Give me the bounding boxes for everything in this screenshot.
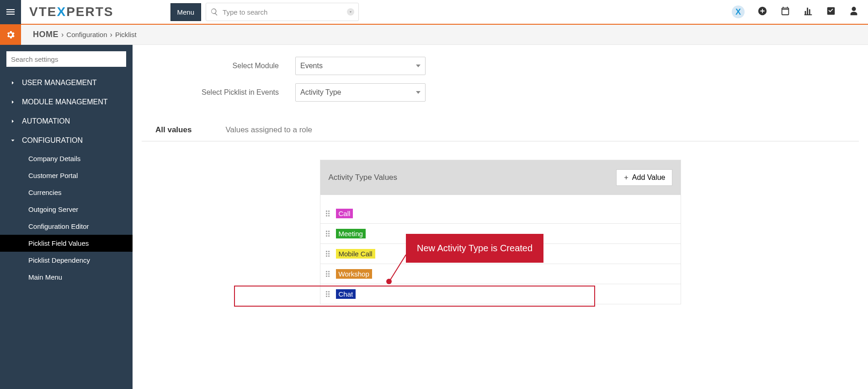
sidebar-section-label: CONFIGURATION <box>22 136 83 145</box>
select-module-dropdown[interactable]: Events <box>295 57 426 75</box>
tasks-icon[interactable] <box>826 6 836 18</box>
chevron-down-icon <box>10 138 16 143</box>
hamburger-button[interactable] <box>0 0 21 24</box>
caret-down-icon <box>416 65 421 67</box>
global-search <box>206 3 359 21</box>
picklist-value-tag: Meeting <box>336 229 366 238</box>
select-picklist-label: Select Picklist in Events <box>142 88 279 97</box>
select-module-value: Events <box>300 62 323 70</box>
user-icon[interactable] <box>849 6 859 18</box>
settings-gear-button[interactable] <box>0 25 21 45</box>
topbar: VTEXPERTS Menu X <box>0 0 868 25</box>
drag-handle-icon[interactable] <box>326 211 331 216</box>
plus-icon <box>623 174 629 181</box>
picklist-value-row[interactable]: Workshop <box>320 264 681 284</box>
sidebar-item-configuration-editor[interactable]: Configuration Editor <box>0 218 133 235</box>
add-icon[interactable] <box>757 6 767 18</box>
add-value-label: Add Value <box>632 173 666 182</box>
subbar: HOME › Configuration › Picklist <box>0 25 868 45</box>
drag-handle-icon[interactable] <box>326 251 331 257</box>
tab-all-values[interactable]: All values <box>155 125 192 141</box>
sidebar-search-input[interactable] <box>6 51 126 67</box>
gear-icon <box>5 30 16 40</box>
sidebar-section-automation[interactable]: AUTOMATION <box>0 112 133 131</box>
values-panel: Activity Type Values Add Value CallMeeti… <box>320 160 681 304</box>
hamburger-icon <box>5 6 16 17</box>
sidebar-item-picklist-dependency[interactable]: Picklist Dependency <box>0 252 133 269</box>
chevron-right-icon: › <box>61 31 64 39</box>
tab-role-values[interactable]: Values assigned to a role <box>225 125 312 141</box>
picklist-value-row[interactable]: Call <box>320 203 681 223</box>
drag-handle-icon[interactable] <box>326 291 331 297</box>
sidebar-item-main-menu[interactable]: Main Menu <box>0 269 133 286</box>
app-badge-icon[interactable]: X <box>732 5 745 18</box>
chevron-right-icon <box>10 80 16 86</box>
picklist-value-tag: Call <box>336 209 353 218</box>
annotation-text: New Activity Type is Created <box>417 243 533 253</box>
sidebar-section-module-management[interactable]: MODULE MANAGEMENT <box>0 92 133 112</box>
chevron-right-icon: › <box>110 31 112 39</box>
sidebar: USER MANAGEMENT MODULE MANAGEMENT AUTOMA… <box>0 45 133 389</box>
sidebar-item-currencies[interactable]: Currencies <box>0 184 133 201</box>
sidebar-section-label: USER MANAGEMENT <box>22 79 97 87</box>
breadcrumb-home[interactable]: HOME <box>33 30 59 39</box>
calendar-icon[interactable] <box>780 6 790 18</box>
top-icons: X <box>732 5 868 18</box>
add-value-button[interactable]: Add Value <box>616 169 672 186</box>
values-panel-title: Activity Type Values <box>329 173 398 182</box>
content: Select Module Events Select Picklist in … <box>133 45 868 389</box>
sidebar-section-label: MODULE MANAGEMENT <box>22 98 108 106</box>
sidebar-item-outgoing-server[interactable]: Outgoing Server <box>0 201 133 218</box>
breadcrumb-item[interactable]: Picklist <box>115 31 137 38</box>
sidebar-item-picklist-field-values[interactable]: Picklist Field Values <box>0 235 133 252</box>
chevron-right-icon <box>10 99 16 105</box>
tabs: All values Values assigned to a role <box>142 125 859 141</box>
annotation-callout: New Activity Type is Created <box>406 234 543 263</box>
reports-icon[interactable] <box>803 6 813 18</box>
sidebar-section-label: AUTOMATION <box>22 117 70 125</box>
search-icon <box>210 8 218 16</box>
select-module-label: Select Module <box>142 62 279 70</box>
chevron-down-icon <box>348 10 353 14</box>
breadcrumb-item[interactable]: Configuration <box>66 31 107 38</box>
caret-down-icon <box>416 91 421 94</box>
sidebar-item-customer-portal[interactable]: Customer Portal <box>0 167 133 184</box>
sidebar-item-company-details[interactable]: Company Details <box>0 150 133 167</box>
search-input[interactable] <box>206 3 359 21</box>
search-dropdown-toggle[interactable] <box>347 8 354 16</box>
drag-handle-icon[interactable] <box>326 271 331 277</box>
drag-handle-icon[interactable] <box>326 231 331 237</box>
chevron-right-icon <box>10 119 16 124</box>
sidebar-section-user-management[interactable]: USER MANAGEMENT <box>0 73 133 92</box>
select-picklist-value: Activity Type <box>300 88 341 97</box>
menu-button[interactable]: Menu <box>170 3 202 21</box>
breadcrumb: HOME › Configuration › Picklist <box>21 30 137 39</box>
select-picklist-dropdown[interactable]: Activity Type <box>295 83 426 102</box>
picklist-value-tag: Mobile Call <box>336 249 375 259</box>
logo: VTEXPERTS <box>21 5 122 19</box>
picklist-value-tag: Chat <box>336 289 356 299</box>
picklist-value-tag: Workshop <box>336 269 372 279</box>
picklist-value-row[interactable]: Chat <box>320 284 681 304</box>
sidebar-section-configuration[interactable]: CONFIGURATION <box>0 131 133 150</box>
